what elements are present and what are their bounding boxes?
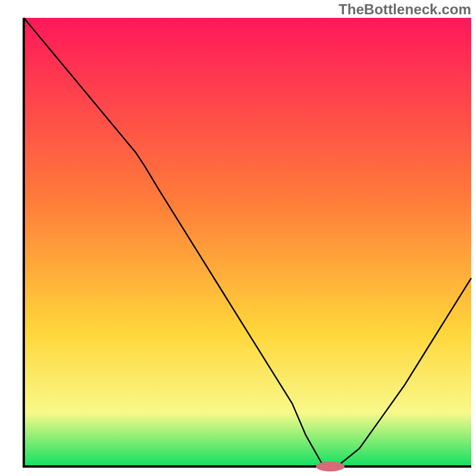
optimal-marker bbox=[316, 462, 345, 472]
bottleneck-chart bbox=[0, 0, 476, 476]
chart-stage: TheBottleneck.com bbox=[0, 0, 476, 476]
watermark-label: TheBottleneck.com bbox=[339, 1, 471, 18]
chart-background-gradient bbox=[24, 18, 471, 466]
